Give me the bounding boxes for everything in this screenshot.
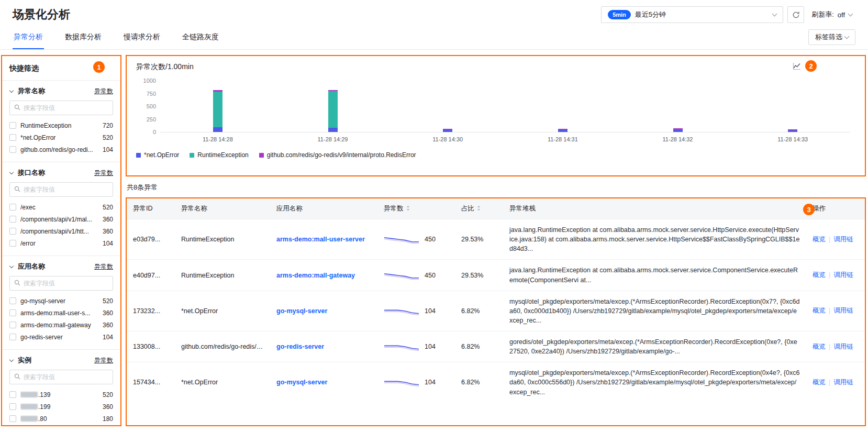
app-name-link[interactable]: arms-demo:mall-gateway — [276, 272, 355, 279]
trace-link[interactable]: 调用链 — [833, 236, 853, 243]
search-input[interactable] — [24, 373, 108, 381]
filter-item[interactable]: /error104 — [9, 237, 113, 249]
tab-full-link-gray[interactable]: 全链路灰度 — [181, 27, 220, 49]
filter-item[interactable]: .132180 — [9, 425, 113, 426]
tab-slow-request-analysis[interactable]: 慢请求分析 — [123, 27, 161, 49]
exception-count-link[interactable]: 异常数 — [94, 356, 113, 365]
filter-item[interactable]: RuntimeException720 — [9, 119, 113, 131]
cell-exception-name: RuntimeException — [175, 219, 270, 260]
overview-link[interactable]: 概览 — [813, 379, 826, 386]
filter-item-count: 520 — [103, 391, 113, 398]
time-badge: 5min — [608, 10, 631, 19]
filter-item[interactable]: go-mysql-server520 — [9, 295, 113, 307]
filter-item[interactable]: *net.OpError520 — [9, 131, 113, 143]
chart-bar — [673, 128, 683, 132]
chevron-down-icon — [772, 12, 777, 17]
filter-item-label: *net.OpError — [20, 134, 99, 141]
checkbox[interactable] — [9, 240, 16, 247]
filter-item[interactable]: .139520 — [9, 389, 113, 401]
table-row: e40d97...RuntimeExceptionarms-demo:mall-… — [127, 260, 865, 291]
filter-section-header: 实例异常数 — [9, 356, 113, 365]
trace-link[interactable]: 调用链 — [833, 271, 853, 279]
cell-app-name: arms-demo:mall-gateway — [270, 260, 377, 291]
filter-item[interactable]: github.com/redis/go-redi...104 — [9, 143, 113, 156]
app-name-link[interactable]: go-mysql-server — [276, 379, 327, 386]
checkbox[interactable] — [9, 309, 16, 316]
refresh-rate-select[interactable]: 刷新率: off — [808, 10, 855, 19]
filter-item[interactable]: /exec520 — [9, 201, 113, 213]
legend-item[interactable]: RuntimeException — [190, 151, 248, 159]
checkbox[interactable] — [9, 415, 16, 422]
legend-item[interactable]: github.com/redis/go-redis/v9/internal/pr… — [259, 151, 416, 159]
filter-items: RuntimeException720*net.OpError520github… — [9, 119, 113, 156]
app-name-link[interactable]: go-mysql-server — [276, 307, 327, 315]
filter-item[interactable]: .80180 — [9, 413, 113, 425]
chart-title: 异常次数/1.00min — [136, 62, 194, 71]
checkbox[interactable] — [9, 134, 16, 141]
filter-item[interactable]: .199360 — [9, 401, 113, 413]
exception-count-link[interactable]: 异常数 — [94, 169, 113, 178]
tabs: 异常分析数据库分析慢请求分析全链路灰度 — [13, 27, 220, 49]
chart-bar — [213, 90, 222, 132]
refresh-button[interactable] — [787, 6, 804, 23]
checkbox[interactable] — [9, 391, 16, 398]
overview-link[interactable]: 概览 — [813, 307, 826, 314]
legend-label: github.com/redis/go-redis/v9/internal/pr… — [267, 151, 416, 159]
trace-link[interactable]: 调用链 — [833, 379, 853, 386]
overview-link[interactable]: 概览 — [813, 236, 826, 243]
filter-item[interactable]: /components/api/v1/htt...360 — [9, 225, 113, 237]
filter-item-count: 360 — [103, 216, 113, 223]
exception-count-value: 104 — [425, 343, 436, 350]
filter-search-box — [9, 370, 113, 384]
redacted-text — [20, 416, 38, 422]
checkbox[interactable] — [9, 403, 16, 410]
trace-link[interactable]: 调用链 — [833, 307, 853, 314]
chevron-down-icon[interactable] — [9, 357, 14, 361]
checkbox[interactable] — [9, 122, 16, 129]
filter-item[interactable]: arms-demo:mall-gateway360 — [9, 319, 113, 331]
line-chart-icon[interactable] — [793, 62, 801, 72]
filter-item-count: 360 — [103, 228, 113, 235]
tag-filter-button[interactable]: 标签筛选 — [808, 29, 855, 45]
search-input[interactable] — [24, 186, 108, 193]
checkbox[interactable] — [9, 322, 16, 328]
filter-item[interactable]: go-redis-server104 — [9, 331, 113, 343]
app-name-link[interactable]: arms-demo:mall-user-server — [276, 236, 365, 243]
search-input[interactable] — [24, 280, 108, 287]
chart-plot: 02505007501000 — [160, 81, 850, 132]
tab-exception-analysis[interactable]: 异常分析 — [13, 27, 44, 49]
time-range-select[interactable]: 5min 最近5分钟 — [601, 6, 783, 23]
tab-database-analysis[interactable]: 数据库分析 — [64, 27, 103, 49]
filter-item[interactable]: /components/api/v1/mal...360 — [9, 213, 113, 225]
filter-section-header: 应用名称异常数 — [9, 262, 113, 271]
cell-percentage: 29.53% — [455, 219, 503, 260]
checkbox[interactable] — [9, 297, 16, 304]
sort-icon[interactable] — [406, 205, 410, 213]
filter-item[interactable]: arms-demo:mall-user-s...360 — [9, 307, 113, 319]
checkbox[interactable] — [9, 334, 16, 340]
chevron-down-icon[interactable] — [9, 88, 14, 92]
checkbox[interactable] — [9, 228, 16, 235]
cell-exception-count: 450 — [377, 219, 455, 260]
checkbox[interactable] — [9, 146, 16, 153]
cell-actions: 概览|调用链 — [806, 331, 865, 362]
filter-item-count: 360 — [103, 322, 113, 329]
cell-actions: 概览|调用链 — [806, 362, 865, 403]
checkbox[interactable] — [9, 204, 16, 211]
column-header: 应用名称 — [270, 198, 377, 219]
search-input[interactable] — [24, 104, 108, 112]
sort-icon[interactable] — [476, 205, 481, 213]
chevron-down-icon[interactable] — [9, 263, 14, 268]
exception-count-link[interactable]: 异常数 — [94, 262, 113, 271]
chevron-down-icon[interactable] — [9, 170, 14, 174]
cell-app-name: go-mysql-server — [270, 291, 377, 331]
app-name-link[interactable]: go-redis-server — [276, 343, 324, 350]
filter-items: go-mysql-server520arms-demo:mall-user-s.… — [9, 295, 113, 343]
overview-link[interactable]: 概览 — [813, 343, 826, 350]
trace-link[interactable]: 调用链 — [833, 343, 853, 350]
legend-item[interactable]: *net.OpError — [136, 151, 179, 159]
table-row: 173232...*net.OpErrorgo-mysql-server1046… — [127, 291, 865, 331]
checkbox[interactable] — [9, 216, 16, 223]
overview-link[interactable]: 概览 — [813, 271, 826, 279]
exception-count-link[interactable]: 异常数 — [94, 87, 113, 96]
